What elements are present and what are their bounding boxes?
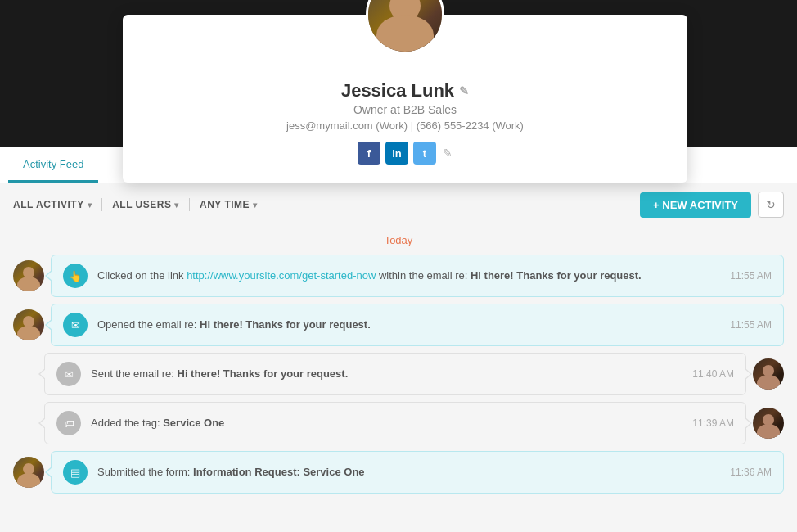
activity-bubble-3: ✉ Sent the email re: Hi there! Thanks fo… <box>44 353 746 395</box>
tag-name: Service One <box>163 417 224 429</box>
new-activity-button[interactable]: + NEW ACTIVITY <box>640 192 751 218</box>
date-header: Today <box>13 234 784 246</box>
activity-text-5: Submitted the form: Information Request:… <box>97 465 714 480</box>
activity-item-4: 🏷 Added the tag: Service One 11:39 AM <box>13 402 784 444</box>
phone-text: (566) 555-2234 (Work) <box>417 119 524 132</box>
tag-icon: 🏷 <box>56 411 81 435</box>
filter-activity-label: ALL ACTIVITY <box>13 199 84 210</box>
activity-text-3: Sent the email re: Hi there! Thanks for … <box>91 367 676 381</box>
avatar-wrapper <box>366 0 444 54</box>
avatar-left-2 <box>13 309 44 340</box>
bubble-arrow-2 <box>45 319 52 331</box>
new-activity-label: + NEW ACTIVITY <box>653 199 738 211</box>
refresh-icon: ↻ <box>766 198 776 211</box>
avatar <box>366 0 444 54</box>
profile-card: Jessica Lunk ✎ Owner at B2B Sales jess@m… <box>123 15 687 183</box>
chevron-down-icon-3: ▾ <box>253 201 258 210</box>
email-text: jess@mymail.com (Work) <box>286 119 408 132</box>
activity-time-5: 11:36 AM <box>730 467 772 478</box>
activity-text-4: Added the tag: Service One <box>91 416 676 431</box>
twitter-icon: t <box>423 147 426 160</box>
content-area: Activity Feed ALL ACTIVITY ▾ ALL USERS ▾… <box>0 147 797 532</box>
profile-info: Jessica Lunk ✎ Owner at B2B Sales jess@m… <box>147 80 663 165</box>
facebook-button[interactable]: f <box>358 142 380 165</box>
email-send-icon: ✉ <box>56 362 81 386</box>
filter-activity-dropdown[interactable]: ALL ACTIVITY ▾ <box>13 199 92 210</box>
activity-bubble-2: ✉ Opened the email re: Hi there! Thanks … <box>51 304 784 346</box>
email-subject: Hi there! Thanks for your request. <box>471 269 642 282</box>
filter-time-dropdown[interactable]: ANY TIME ▾ <box>200 199 258 210</box>
click-icon: 👆 <box>63 264 88 288</box>
person-avatar-dark-2 <box>753 408 784 439</box>
filter-bar: ALL ACTIVITY ▾ ALL USERS ▾ ANY TIME ▾ + … <box>0 183 797 226</box>
social-edit-icon[interactable]: ✎ <box>443 147 453 160</box>
social-links: f in t ✎ <box>147 142 663 165</box>
filter-time-label: ANY TIME <box>200 199 250 210</box>
bubble-arrow-4 <box>38 417 45 429</box>
twitter-button[interactable]: t <box>413 142 436 165</box>
bubble-arrow <box>45 270 52 282</box>
filter-users-label: ALL USERS <box>112 199 171 210</box>
profile-title: Owner at B2B Sales <box>147 103 663 116</box>
main-container: Jessica Lunk ✎ Owner at B2B Sales jess@m… <box>0 0 797 532</box>
avatar-right-2 <box>753 408 784 439</box>
bubble-arrow-3 <box>38 368 45 380</box>
activity-item-5: ▤ Submitted the form: Information Reques… <box>13 451 784 494</box>
activity-time-3: 11:40 AM <box>692 368 734 380</box>
email-open-icon: ✉ <box>63 313 88 337</box>
activity-section: Today 👆 Clicked on the link http://www.y… <box>0 226 797 508</box>
email-subject-2: Hi there! Thanks for your request. <box>200 318 371 331</box>
filter-separator <box>101 198 102 211</box>
person-avatar-dark <box>753 358 784 390</box>
activity-item: 👆 Clicked on the link http://www.yoursit… <box>13 255 784 297</box>
person-avatar-2 <box>13 309 44 340</box>
profile-name: Jessica Lunk ✎ <box>147 80 663 101</box>
activity-item: ✉ Opened the email re: Hi there! Thanks … <box>13 304 784 346</box>
avatar-right <box>753 358 784 390</box>
avatar-image <box>368 0 442 52</box>
chevron-down-icon: ▾ <box>88 201 92 210</box>
activity-item-3: ✉ Sent the email re: Hi there! Thanks fo… <box>13 353 784 395</box>
chevron-down-icon-2: ▾ <box>174 201 179 210</box>
name-edit-icon[interactable]: ✎ <box>459 84 469 97</box>
activity-bubble-5: ▤ Submitted the form: Information Reques… <box>51 451 784 494</box>
filter-users-dropdown[interactable]: ALL USERS ▾ <box>112 199 179 210</box>
activity-time-4: 11:39 AM <box>692 417 734 429</box>
bubble-arrow-right-2 <box>745 417 752 429</box>
activity-time: 11:55 AM <box>730 270 772 282</box>
avatar-left <box>13 260 44 291</box>
activity-bubble-4: 🏷 Added the tag: Service One 11:39 AM <box>44 402 746 444</box>
avatar-left-5 <box>13 457 44 488</box>
activity-bubble: 👆 Clicked on the link http://www.yoursit… <box>51 255 784 297</box>
bubble-arrow-right <box>745 368 752 380</box>
tab-activity-feed[interactable]: Activity Feed <box>8 148 98 183</box>
bubble-arrow-5 <box>45 467 52 478</box>
activity-time-2: 11:55 AM <box>730 319 772 331</box>
linkedin-icon: in <box>392 147 402 160</box>
linkedin-button[interactable]: in <box>385 142 408 165</box>
activity-text-2: Opened the email re: Hi there! Thanks fo… <box>97 318 714 332</box>
activity-text: Clicked on the link http://www.yoursite.… <box>97 268 714 283</box>
facebook-icon: f <box>367 147 371 160</box>
link-highlight: http://www.yoursite.com/get-started-now <box>187 269 376 282</box>
form-icon: ▤ <box>63 460 88 485</box>
person-avatar <box>13 260 44 291</box>
refresh-button[interactable]: ↻ <box>758 192 784 218</box>
tab-activity-feed-label: Activity Feed <box>23 158 83 170</box>
filter-separator-2 <box>189 198 190 211</box>
person-avatar-5 <box>13 457 44 488</box>
contact-sep: | <box>411 119 417 132</box>
profile-contact: jess@mymail.com (Work) | (566) 555-2234 … <box>147 119 663 132</box>
form-name: Information Request: Service One <box>193 466 365 478</box>
email-subject-3: Hi there! Thanks for your request. <box>178 367 349 380</box>
name-text: Jessica Lunk <box>341 80 454 101</box>
